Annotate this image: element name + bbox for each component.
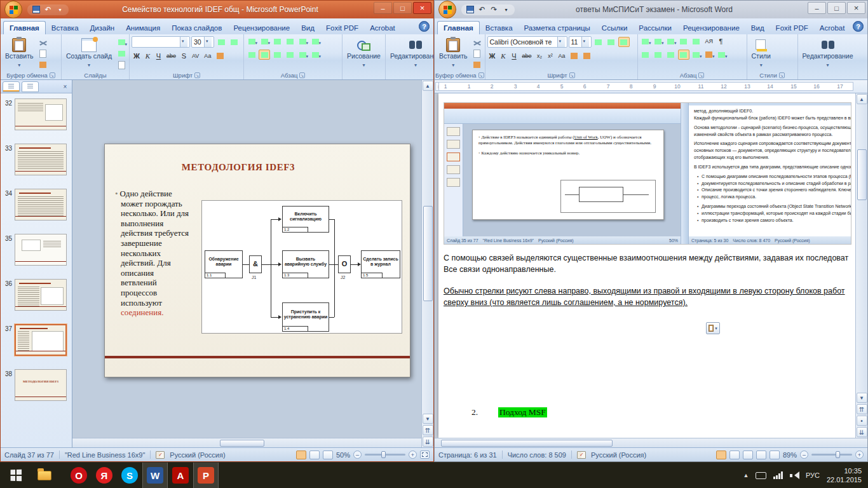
styles-button[interactable]: Стили <box>749 36 773 70</box>
slide-layout-icon[interactable] <box>116 37 127 48</box>
new-slide-button[interactable]: Создать слайд <box>64 36 114 70</box>
select-browse-object-icon[interactable] <box>857 416 867 426</box>
clipboard-dialog-launcher[interactable] <box>50 72 55 78</box>
spellcheck-icon[interactable] <box>577 451 586 459</box>
clipboard-dialog-launcher[interactable] <box>478 72 484 78</box>
align-right-icon[interactable] <box>271 50 283 60</box>
outline-view-button[interactable] <box>756 451 766 459</box>
align-center-icon[interactable] <box>259 50 270 60</box>
slide-thumbnail-35[interactable]: 35 <box>3 234 70 266</box>
word-counter[interactable]: Число слов: 8 509 <box>508 451 566 459</box>
word-tab-review[interactable]: Рецензирование <box>677 22 745 34</box>
grow-font-icon[interactable] <box>593 37 604 47</box>
font-color-icon[interactable] <box>581 51 593 61</box>
justify-icon[interactable] <box>284 50 295 60</box>
outline-pane-tab[interactable] <box>22 81 39 92</box>
strikethrough-button[interactable]: abe <box>165 51 178 61</box>
page-counter[interactable]: Страница: 6 из 31 <box>438 451 497 459</box>
redo-icon[interactable] <box>489 5 499 15</box>
font-color-icon[interactable] <box>214 51 226 61</box>
smartart-convert-icon[interactable] <box>309 50 321 60</box>
slideshow-view-button[interactable] <box>323 451 333 459</box>
format-painter-icon[interactable] <box>471 60 483 70</box>
strikethrough-button[interactable]: abe <box>520 51 533 61</box>
slide-body-text[interactable]: •Одно действие может порождать несколько… <box>115 189 190 318</box>
paste-options-button[interactable] <box>706 322 720 334</box>
uow-box-log[interactable]: Сделать запись в журнал1.5 <box>361 250 400 278</box>
ppt-tab-foxit[interactable]: Foxit PDF <box>320 22 364 34</box>
zoom-slider-knob[interactable] <box>381 451 386 458</box>
delete-slide-icon[interactable] <box>116 60 127 70</box>
sort-button[interactable]: АЯ <box>703 36 715 46</box>
fit-slide-to-window-button[interactable] <box>420 451 430 459</box>
columns-icon[interactable] <box>297 50 308 60</box>
text-direction-icon[interactable] <box>309 36 321 46</box>
junction-or[interactable]: O <box>338 255 351 273</box>
italic-button[interactable]: К <box>498 51 508 61</box>
paste-button[interactable]: Вставить <box>3 36 36 70</box>
align-left-icon[interactable] <box>640 50 651 60</box>
office-button[interactable] <box>438 1 456 18</box>
grow-font-icon[interactable] <box>215 37 227 47</box>
copy-icon[interactable] <box>471 49 483 59</box>
next-slide-icon[interactable] <box>423 437 433 447</box>
draft-view-button[interactable] <box>770 451 780 459</box>
show-hidden-icons-button[interactable] <box>743 472 749 478</box>
ppt-horizontal-scrollbar[interactable] <box>72 438 421 447</box>
justify-icon[interactable] <box>678 50 689 60</box>
previous-slide-icon[interactable] <box>423 425 433 435</box>
numbering-icon[interactable] <box>653 36 664 46</box>
uow-box-call[interactable]: Вызвать аварийную службу1.3 <box>282 250 329 278</box>
previous-page-icon[interactable] <box>857 404 867 414</box>
align-center-icon[interactable] <box>653 50 664 60</box>
reset-slide-icon[interactable] <box>116 49 127 59</box>
slide-canvas[interactable]: МЕТОДОЛОГИЯ IDEF3 •Одно действие может п… <box>104 144 410 377</box>
styles-dialog-launcher[interactable] <box>779 72 785 78</box>
change-case-button[interactable]: Аа <box>202 51 213 61</box>
qat-customize-icon[interactable] <box>501 5 511 15</box>
paragraph-text-underlined[interactable]: сверху вниз (что является лишь соглашени… <box>444 298 854 307</box>
minimize-button[interactable] <box>374 2 392 14</box>
cut-icon[interactable] <box>471 37 483 48</box>
slide-thumbnail-38[interactable]: 38МЕТОДОЛОГИЯ IDEF3 <box>3 369 70 401</box>
language-status[interactable]: Русский (Россия) <box>170 451 225 459</box>
line-spacing-icon[interactable] <box>691 50 702 60</box>
scroll-up-icon[interactable] <box>423 81 433 91</box>
print-layout-view-button[interactable] <box>716 451 726 459</box>
zoom-in-button[interactable] <box>409 451 417 459</box>
zoom-slider-knob[interactable] <box>836 451 840 458</box>
close-button[interactable] <box>847 2 865 14</box>
language-status[interactable]: Русский (Россия) <box>591 451 646 459</box>
scrollbar-thumb[interactable] <box>441 440 613 447</box>
paragraph-text[interactable]: С помощью связей выделяются существенные… <box>444 254 854 262</box>
normal-view-button[interactable] <box>296 451 306 459</box>
chevron-down-icon[interactable] <box>180 37 187 47</box>
zoom-slider[interactable] <box>811 454 852 456</box>
scrollbar-thumb[interactable] <box>220 440 264 447</box>
web-layout-view-button[interactable] <box>743 451 753 459</box>
fullscreen-view-button[interactable] <box>729 451 740 459</box>
office-button[interactable] <box>4 1 22 18</box>
text-shadow-button[interactable]: S <box>179 51 189 61</box>
word-tab-pagelayout[interactable]: Разметка страницы <box>519 22 596 34</box>
help-icon[interactable] <box>419 21 430 32</box>
shrink-font-icon[interactable] <box>228 37 240 47</box>
touch-keyboard-icon[interactable] <box>756 472 766 479</box>
idef3-diagram[interactable]: Обнаружение аварии1.1 & J1 Включить сигн… <box>201 200 402 334</box>
word-tab-view[interactable]: Вид <box>745 22 770 34</box>
font-name-combo[interactable]: Calibri (Основной те <box>487 36 567 48</box>
yandex-browser-button[interactable]: Я <box>92 463 117 488</box>
scrollbar-thumb[interactable] <box>857 149 867 200</box>
font-dialog-launcher[interactable] <box>194 72 200 78</box>
increase-indent-icon[interactable] <box>691 36 702 46</box>
minimize-button[interactable] <box>808 2 826 14</box>
undo-icon[interactable] <box>477 5 487 15</box>
paste-dropdown-icon[interactable] <box>18 60 20 68</box>
editing-button[interactable]: Редактирование <box>800 36 856 70</box>
scroll-down-icon[interactable] <box>857 393 867 403</box>
multilevel-list-icon[interactable] <box>665 36 677 46</box>
slide-thumbnail-32[interactable]: 32 <box>3 98 70 130</box>
increase-indent-icon[interactable] <box>284 36 295 46</box>
file-explorer-button[interactable] <box>32 463 57 488</box>
word-tab-insert[interactable]: Вставка <box>480 22 519 34</box>
